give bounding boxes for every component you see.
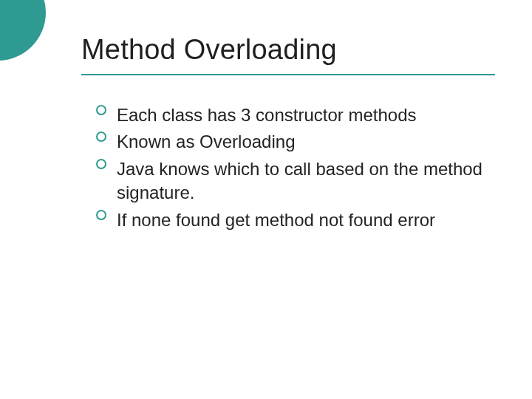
title-underline (81, 74, 495, 75)
list-item: If none found get method not found error (96, 208, 495, 232)
list-item: Known as Overloading (96, 130, 495, 154)
slide-title: Method Overloading (81, 34, 337, 66)
list-item: Java knows which to call based on the me… (96, 157, 495, 205)
bullet-icon (96, 132, 106, 142)
bullet-text: Each class has 3 constructor methods (117, 105, 417, 125)
bullet-icon (96, 105, 106, 115)
bullet-icon (96, 159, 106, 169)
corner-circle-decoration (0, 0, 46, 61)
list-item: Each class has 3 constructor methods (96, 103, 495, 127)
bullet-text: Java knows which to call based on the me… (117, 159, 482, 202)
bullet-list: Each class has 3 constructor methods Kno… (96, 103, 495, 235)
bullet-icon (96, 210, 106, 220)
bullet-text: Known as Overloading (117, 132, 295, 151)
bullet-text: If none found get method not found error (117, 210, 435, 230)
